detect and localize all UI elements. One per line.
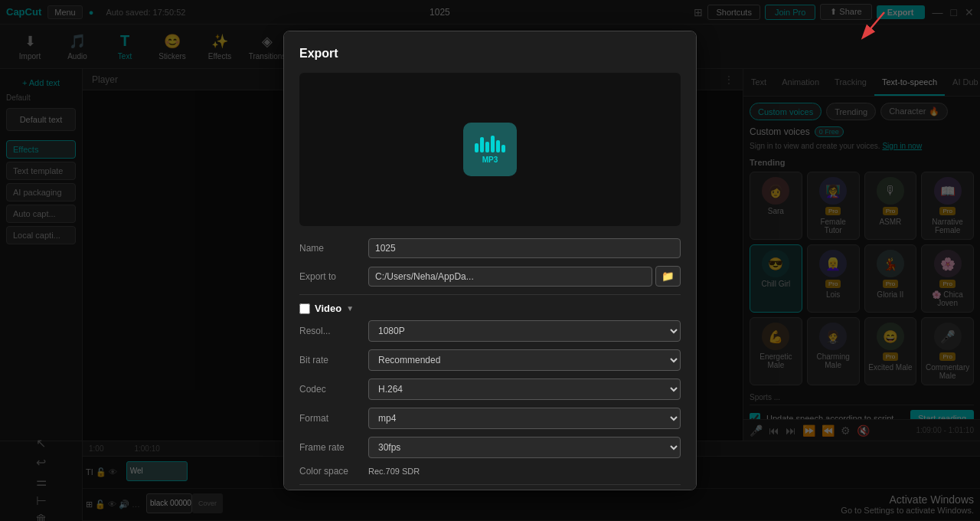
- modal-overlay: Export MP3 Name Export to: [0, 0, 980, 521]
- bar3: [485, 142, 489, 152]
- separator2: [299, 484, 681, 485]
- video-title: Video: [315, 303, 341, 314]
- folder-button[interactable]: 📁: [655, 266, 681, 287]
- colorspace-label: Color space: [299, 466, 368, 477]
- export-to-label: Export to: [299, 271, 368, 282]
- framerate-select[interactable]: 30fps60fps24fps: [368, 437, 681, 458]
- export-path-row: 📁: [368, 266, 681, 287]
- export-preview: MP3: [299, 73, 681, 226]
- format-row: Format mp4mov: [299, 408, 681, 429]
- codec-select[interactable]: H.264H.265: [368, 378, 681, 400]
- resolution-label: Resol...: [299, 326, 368, 336]
- format-select[interactable]: mp4mov: [368, 408, 681, 429]
- export-path-input[interactable]: [368, 267, 652, 287]
- video-section-header: Video ▼: [299, 303, 681, 314]
- bar1: [475, 143, 479, 152]
- colorspace-value: Rec.709 SDR: [368, 467, 420, 476]
- name-row: Name: [299, 238, 681, 258]
- name-input[interactable]: [368, 238, 681, 258]
- separator1: [299, 294, 681, 295]
- framerate-label: Frame rate: [299, 442, 368, 453]
- bitrate-label: Bit rate: [299, 355, 368, 365]
- bar4: [491, 136, 495, 152]
- bar5: [496, 140, 500, 152]
- resolution-select[interactable]: 1080P720P480P: [368, 320, 681, 342]
- video-checkbox[interactable]: [299, 303, 310, 314]
- mp3-label: MP3: [482, 156, 498, 164]
- export-modal: Export MP3 Name Export to: [283, 31, 697, 490]
- name-label: Name: [299, 243, 368, 254]
- codec-label: Codec: [299, 384, 368, 395]
- framerate-row: Frame rate 30fps60fps24fps: [299, 437, 681, 458]
- mp3-bars: [475, 136, 505, 152]
- colorspace-row: Color space Rec.709 SDR: [299, 466, 681, 477]
- codec-row: Codec H.264H.265: [299, 378, 681, 400]
- bitrate-row: Bit rate RecommendedHighLow: [299, 349, 681, 371]
- video-expand[interactable]: ▼: [346, 304, 354, 313]
- export-title: Export: [299, 47, 681, 61]
- bitrate-select[interactable]: RecommendedHighLow: [368, 349, 681, 371]
- bar6: [501, 145, 505, 152]
- bar2: [480, 137, 484, 152]
- resolution-row: Resol... 1080P720P480P: [299, 320, 681, 342]
- format-label: Format: [299, 413, 368, 424]
- export-to-row: Export to 📁: [299, 266, 681, 287]
- mp3-icon: MP3: [463, 123, 517, 176]
